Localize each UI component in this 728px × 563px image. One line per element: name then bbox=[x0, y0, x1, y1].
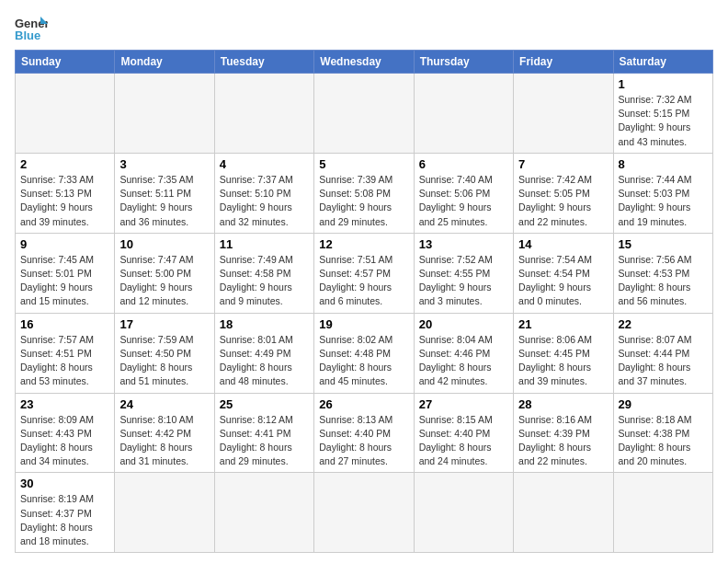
day-number: 21 bbox=[518, 317, 608, 331]
day-number: 4 bbox=[220, 157, 309, 171]
day-info: Sunrise: 8:13 AM Sunset: 4:40 PM Dayligh… bbox=[319, 413, 408, 469]
calendar-cell: 4Sunrise: 7:37 AM Sunset: 5:10 PM Daylig… bbox=[214, 153, 313, 233]
calendar-cell: 26Sunrise: 8:13 AM Sunset: 4:40 PM Dayli… bbox=[314, 393, 414, 473]
weekday-header-thursday: Thursday bbox=[414, 51, 513, 74]
day-number: 13 bbox=[419, 237, 508, 251]
day-info: Sunrise: 8:06 AM Sunset: 4:45 PM Dayligh… bbox=[518, 333, 608, 389]
day-number: 11 bbox=[220, 237, 309, 251]
calendar-cell: 12Sunrise: 7:51 AM Sunset: 4:57 PM Dayli… bbox=[314, 233, 414, 313]
calendar-cell: 2Sunrise: 7:33 AM Sunset: 5:13 PM Daylig… bbox=[16, 153, 115, 233]
day-info: Sunrise: 7:35 AM Sunset: 5:11 PM Dayligh… bbox=[119, 173, 209, 229]
calendar-cell bbox=[613, 473, 712, 553]
day-info: Sunrise: 8:19 AM Sunset: 4:37 PM Dayligh… bbox=[20, 492, 109, 548]
day-info: Sunrise: 8:09 AM Sunset: 4:43 PM Dayligh… bbox=[20, 413, 109, 469]
day-number: 8 bbox=[619, 157, 708, 171]
calendar-week-row: 2Sunrise: 7:33 AM Sunset: 5:13 PM Daylig… bbox=[16, 153, 713, 233]
day-number: 5 bbox=[319, 157, 408, 171]
weekday-header-monday: Monday bbox=[115, 51, 214, 74]
calendar-cell bbox=[314, 473, 414, 553]
calendar-cell: 6Sunrise: 7:40 AM Sunset: 5:06 PM Daylig… bbox=[414, 153, 513, 233]
calendar-cell: 18Sunrise: 8:01 AM Sunset: 4:49 PM Dayli… bbox=[214, 313, 313, 393]
day-number: 16 bbox=[20, 317, 109, 331]
calendar-cell: 7Sunrise: 7:42 AM Sunset: 5:05 PM Daylig… bbox=[514, 153, 613, 233]
calendar-cell: 30Sunrise: 8:19 AM Sunset: 4:37 PM Dayli… bbox=[16, 473, 115, 553]
calendar-cell: 10Sunrise: 7:47 AM Sunset: 5:00 PM Dayli… bbox=[115, 233, 214, 313]
logo: General Blue bbox=[15, 15, 48, 40]
day-info: Sunrise: 7:47 AM Sunset: 5:00 PM Dayligh… bbox=[119, 253, 209, 309]
day-info: Sunrise: 7:33 AM Sunset: 5:13 PM Dayligh… bbox=[20, 173, 109, 229]
day-number: 18 bbox=[220, 317, 309, 331]
svg-text:Blue: Blue bbox=[15, 29, 40, 40]
weekday-header-wednesday: Wednesday bbox=[314, 51, 414, 74]
calendar-cell bbox=[16, 74, 115, 154]
calendar-cell: 5Sunrise: 7:39 AM Sunset: 5:08 PM Daylig… bbox=[314, 153, 414, 233]
day-number: 22 bbox=[619, 317, 708, 331]
day-number: 3 bbox=[119, 157, 209, 171]
day-number: 25 bbox=[220, 397, 309, 411]
day-number: 2 bbox=[20, 157, 109, 171]
calendar-header-row: SundayMondayTuesdayWednesdayThursdayFrid… bbox=[16, 51, 713, 74]
calendar-cell: 21Sunrise: 8:06 AM Sunset: 4:45 PM Dayli… bbox=[514, 313, 613, 393]
calendar-cell bbox=[115, 74, 214, 154]
day-info: Sunrise: 8:15 AM Sunset: 4:40 PM Dayligh… bbox=[419, 413, 508, 469]
day-info: Sunrise: 8:07 AM Sunset: 4:44 PM Dayligh… bbox=[619, 333, 708, 389]
calendar-week-row: 9Sunrise: 7:45 AM Sunset: 5:01 PM Daylig… bbox=[16, 233, 713, 313]
day-info: Sunrise: 8:16 AM Sunset: 4:39 PM Dayligh… bbox=[518, 413, 608, 469]
day-info: Sunrise: 7:39 AM Sunset: 5:08 PM Dayligh… bbox=[319, 173, 408, 229]
day-info: Sunrise: 8:01 AM Sunset: 4:49 PM Dayligh… bbox=[220, 333, 309, 389]
calendar-cell bbox=[414, 473, 513, 553]
calendar-cell: 28Sunrise: 8:16 AM Sunset: 4:39 PM Dayli… bbox=[514, 393, 613, 473]
calendar-cell: 15Sunrise: 7:56 AM Sunset: 4:53 PM Dayli… bbox=[613, 233, 712, 313]
calendar-week-row: 1Sunrise: 7:32 AM Sunset: 5:15 PM Daylig… bbox=[16, 74, 713, 154]
day-info: Sunrise: 7:57 AM Sunset: 4:51 PM Dayligh… bbox=[20, 333, 109, 389]
calendar-table: SundayMondayTuesdayWednesdayThursdayFrid… bbox=[15, 50, 713, 553]
day-number: 9 bbox=[20, 237, 109, 251]
calendar-cell: 25Sunrise: 8:12 AM Sunset: 4:41 PM Dayli… bbox=[214, 393, 313, 473]
day-number: 29 bbox=[619, 397, 708, 411]
day-info: Sunrise: 7:51 AM Sunset: 4:57 PM Dayligh… bbox=[319, 253, 408, 309]
day-number: 28 bbox=[518, 397, 608, 411]
page-header: General Blue bbox=[15, 15, 713, 40]
calendar-week-row: 23Sunrise: 8:09 AM Sunset: 4:43 PM Dayli… bbox=[16, 393, 713, 473]
day-number: 7 bbox=[518, 157, 608, 171]
day-number: 27 bbox=[419, 397, 508, 411]
day-number: 23 bbox=[20, 397, 109, 411]
day-info: Sunrise: 7:37 AM Sunset: 5:10 PM Dayligh… bbox=[220, 173, 309, 229]
day-info: Sunrise: 8:10 AM Sunset: 4:42 PM Dayligh… bbox=[119, 413, 209, 469]
calendar-cell bbox=[115, 473, 214, 553]
weekday-header-saturday: Saturday bbox=[613, 51, 712, 74]
day-number: 26 bbox=[319, 397, 408, 411]
day-info: Sunrise: 7:44 AM Sunset: 5:03 PM Dayligh… bbox=[619, 173, 708, 229]
calendar-week-row: 30Sunrise: 8:19 AM Sunset: 4:37 PM Dayli… bbox=[16, 473, 713, 553]
weekday-header-tuesday: Tuesday bbox=[214, 51, 313, 74]
day-info: Sunrise: 7:52 AM Sunset: 4:55 PM Dayligh… bbox=[419, 253, 508, 309]
calendar-week-row: 16Sunrise: 7:57 AM Sunset: 4:51 PM Dayli… bbox=[16, 313, 713, 393]
calendar-cell bbox=[514, 473, 613, 553]
calendar-cell: 20Sunrise: 8:04 AM Sunset: 4:46 PM Dayli… bbox=[414, 313, 513, 393]
day-number: 14 bbox=[518, 237, 608, 251]
calendar-cell: 3Sunrise: 7:35 AM Sunset: 5:11 PM Daylig… bbox=[115, 153, 214, 233]
calendar-cell: 14Sunrise: 7:54 AM Sunset: 4:54 PM Dayli… bbox=[514, 233, 613, 313]
day-info: Sunrise: 8:04 AM Sunset: 4:46 PM Dayligh… bbox=[419, 333, 508, 389]
calendar-cell bbox=[214, 74, 313, 154]
calendar-cell bbox=[414, 74, 513, 154]
calendar-cell: 17Sunrise: 7:59 AM Sunset: 4:50 PM Dayli… bbox=[115, 313, 214, 393]
day-info: Sunrise: 7:54 AM Sunset: 4:54 PM Dayligh… bbox=[518, 253, 608, 309]
calendar-cell: 23Sunrise: 8:09 AM Sunset: 4:43 PM Dayli… bbox=[16, 393, 115, 473]
calendar-cell: 24Sunrise: 8:10 AM Sunset: 4:42 PM Dayli… bbox=[115, 393, 214, 473]
day-info: Sunrise: 7:40 AM Sunset: 5:06 PM Dayligh… bbox=[419, 173, 508, 229]
day-info: Sunrise: 8:18 AM Sunset: 4:38 PM Dayligh… bbox=[619, 413, 708, 469]
calendar-cell: 9Sunrise: 7:45 AM Sunset: 5:01 PM Daylig… bbox=[16, 233, 115, 313]
day-number: 17 bbox=[119, 317, 209, 331]
calendar-cell bbox=[214, 473, 313, 553]
day-info: Sunrise: 7:32 AM Sunset: 5:15 PM Dayligh… bbox=[619, 93, 708, 149]
calendar-cell: 16Sunrise: 7:57 AM Sunset: 4:51 PM Dayli… bbox=[16, 313, 115, 393]
calendar-cell: 8Sunrise: 7:44 AM Sunset: 5:03 PM Daylig… bbox=[613, 153, 712, 233]
calendar-cell bbox=[314, 74, 414, 154]
day-number: 30 bbox=[20, 477, 109, 490]
day-number: 20 bbox=[419, 317, 508, 331]
day-number: 10 bbox=[119, 237, 209, 251]
day-info: Sunrise: 8:12 AM Sunset: 4:41 PM Dayligh… bbox=[220, 413, 309, 469]
day-info: Sunrise: 8:02 AM Sunset: 4:48 PM Dayligh… bbox=[319, 333, 408, 389]
day-number: 19 bbox=[319, 317, 408, 331]
